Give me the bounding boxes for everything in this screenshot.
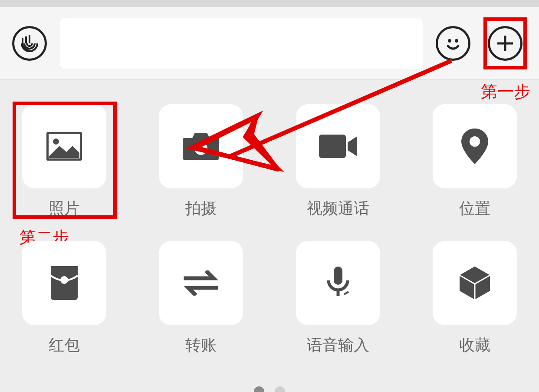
svg-point-10 [60,276,68,284]
video-icon [319,134,357,159]
attachment-item-video-call[interactable]: 视频通话 [296,104,380,219]
video-icon-box [296,104,380,188]
plus-icon [495,33,516,54]
chat-input-bar [0,7,539,80]
microphone-icon [326,266,350,300]
shoot-icon-box [159,104,243,188]
attachment-panel: 照片 第二步 拍摄 视频通话 [0,80,539,392]
red-packet-label: 红包 [49,335,80,356]
svg-point-5 [53,138,59,145]
favorite-icon-box [433,241,517,325]
svg-point-8 [470,136,480,147]
cube-icon [459,266,491,300]
svg-point-1 [455,39,458,43]
camera-icon [183,131,219,161]
red-packet-icon [51,266,78,300]
video-label: 视频通话 [307,198,369,219]
emoji-button[interactable] [436,26,470,61]
shoot-label: 拍摄 [185,198,217,219]
favorite-label: 收藏 [459,335,490,356]
location-icon-box [433,104,517,188]
location-icon [461,128,488,164]
voice-input-label: 语音输入 [307,335,369,356]
photo-label: 照片 [49,198,80,219]
svg-rect-11 [334,267,342,285]
attachment-item-shoot[interactable]: 拍摄 [159,104,243,219]
page-dot-1[interactable] [254,386,264,392]
transfer-icon-box [159,241,243,325]
transfer-icon [183,270,219,296]
attachment-item-voice-input[interactable]: 语音输入 [296,241,380,356]
voice-icon [20,34,39,53]
attachment-item-transfer[interactable]: 转账 [159,241,243,356]
page-dot-2[interactable] [275,386,285,392]
smile-icon [443,33,463,54]
pagination-dots [17,386,522,392]
attachment-item-red-packet[interactable]: 红包 [22,241,106,356]
message-text-input[interactable] [60,18,423,69]
red-packet-icon-box [22,241,106,325]
svg-point-6 [194,142,207,155]
photo-icon-box [22,104,106,188]
annotation-step-1-label: 第一步 [481,81,530,103]
photo-icon [46,132,82,161]
attachment-item-favorite[interactable]: 收藏 [433,241,517,356]
attachment-item-photo[interactable]: 照片 第二步 [22,104,106,219]
plus-button-highlight [483,17,527,69]
location-label: 位置 [459,198,490,219]
attachment-item-location[interactable]: 位置 [433,104,517,219]
transfer-label: 转账 [185,335,217,356]
voice-input-icon-box [296,241,380,325]
attachment-plus-button[interactable] [488,26,523,61]
svg-rect-7 [319,135,346,158]
attachment-grid: 照片 第二步 拍摄 视频通话 [17,104,522,356]
voice-input-button[interactable] [12,26,47,61]
svg-point-0 [448,39,451,43]
status-bar-strip [0,0,539,7]
